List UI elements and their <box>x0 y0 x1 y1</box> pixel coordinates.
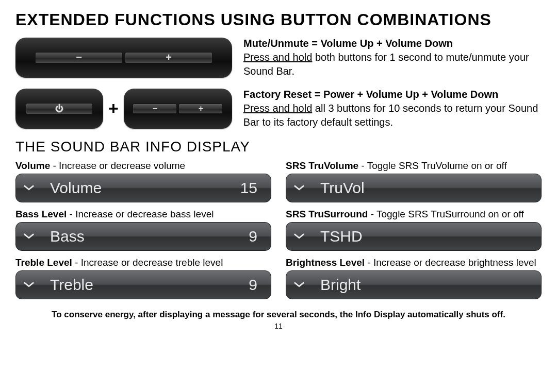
info-desc: Bass Level - Increase or decrease bass l… <box>15 209 271 220</box>
display-bar-bright: Bright <box>286 270 542 299</box>
display-bar-truvol: TruVol <box>286 174 542 202</box>
volume-down-button-2: − <box>133 104 177 114</box>
section-heading-extended: EXTENDED FUNCTIONS USING BUTTON COMBINAT… <box>15 10 542 29</box>
display-value: 15 <box>240 179 261 197</box>
info-desc: Brightness Level - Increase or decrease … <box>286 257 542 268</box>
display-value: 9 <box>249 276 261 294</box>
display-label: Bass <box>50 228 85 245</box>
minus-icon: − <box>76 52 82 63</box>
volume-down-button: − <box>35 52 123 63</box>
combo-text-reset: Factory Reset = Power + Volume Up + Volu… <box>243 88 542 129</box>
display-bar-bass: Bass 9 <box>15 222 271 251</box>
footnote: To conserve energy, after displaying a m… <box>15 310 542 320</box>
chevron-down-icon <box>23 184 35 192</box>
combo-action: Press and hold <box>243 103 312 114</box>
display-bar-treble: Treble 9 <box>15 270 271 299</box>
section-heading-info-display: THE SOUND BAR INFO DISPLAY <box>15 139 542 155</box>
device-volume-pill-2: − + <box>124 89 232 129</box>
combo-title: Factory Reset = Power + Volume Up + Volu… <box>243 89 498 100</box>
info-desc: SRS TruSurround - Toggle SRS TruSurround… <box>286 209 542 220</box>
display-label: Bright <box>320 276 361 294</box>
chevron-down-icon <box>293 281 305 288</box>
power-icon: ⏻ <box>55 104 63 113</box>
minus-icon: − <box>153 104 157 113</box>
plus-icon: + <box>166 52 172 63</box>
chevron-down-icon <box>293 233 305 240</box>
info-col-left: Volume - Increase or decrease volume Vol… <box>15 160 271 305</box>
info-block-volume: Volume - Increase or decrease volume Vol… <box>15 160 271 202</box>
info-desc: Treble Level - Increase or decrease treb… <box>15 257 271 268</box>
chevron-down-icon <box>23 233 35 240</box>
info-display-grid: Volume - Increase or decrease volume Vol… <box>15 160 542 305</box>
info-col-right: SRS TruVolume - Toggle SRS TruVolume on … <box>286 160 542 305</box>
info-block-treble: Treble Level - Increase or decrease treb… <box>15 257 271 299</box>
plus-icon: + <box>199 104 203 113</box>
device-power-pill: ⏻ <box>15 89 103 129</box>
info-desc: Volume - Increase or decrease volume <box>15 160 271 172</box>
display-bar-tshd: TSHD <box>286 222 542 251</box>
display-label: Treble <box>50 276 93 294</box>
power-button: ⏻ <box>26 103 93 114</box>
info-block-tshd: SRS TruSurround - Toggle SRS TruSurround… <box>286 209 542 251</box>
chevron-down-icon <box>23 281 35 288</box>
volume-up-button: + <box>125 52 212 63</box>
display-bar-volume: Volume 15 <box>15 174 271 202</box>
display-label: Volume <box>50 179 102 197</box>
chevron-down-icon <box>293 184 305 192</box>
combo-action: Press and hold <box>243 52 312 63</box>
info-block-truvol: SRS TruVolume - Toggle SRS TruVolume on … <box>286 160 542 202</box>
display-value: 9 <box>249 228 261 245</box>
info-desc: SRS TruVolume - Toggle SRS TruVolume on … <box>286 160 542 172</box>
volume-up-button-2: + <box>178 104 223 114</box>
combo-row-reset: ⏻ + − + Factory Reset = Power + Volume U… <box>15 88 542 129</box>
info-block-bright: Brightness Level - Increase or decrease … <box>286 257 542 299</box>
combo-title: Mute/Unmute = Volume Up + Volume Down <box>243 38 453 49</box>
device-volume-pill: − + <box>15 38 232 78</box>
display-label: TruVol <box>320 179 365 197</box>
combo-text-mute: Mute/Unmute = Volume Up + Volume Down Pr… <box>243 37 542 78</box>
plus-separator-icon: + <box>108 98 119 118</box>
combo-row-mute: − + Mute/Unmute = Volume Up + Volume Dow… <box>15 37 542 78</box>
page-number: 11 <box>15 322 542 330</box>
display-label: TSHD <box>320 228 363 245</box>
info-block-bass: Bass Level - Increase or decrease bass l… <box>15 209 271 251</box>
